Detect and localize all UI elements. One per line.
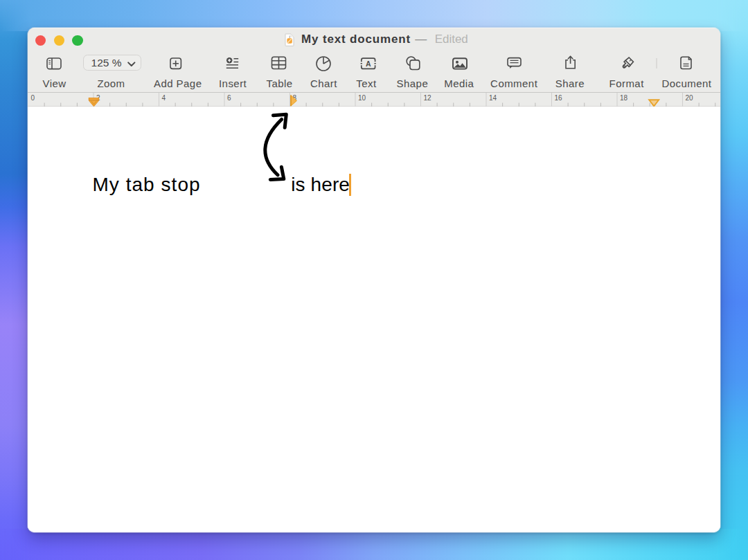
svg-text:14: 14 [489,94,497,102]
svg-text:6: 6 [227,94,231,102]
svg-text:18: 18 [620,94,628,102]
svg-text:12: 12 [424,94,432,102]
svg-text:20: 20 [686,94,694,102]
svg-text:0: 0 [31,94,35,102]
svg-text:A: A [366,60,371,68]
svg-text:10: 10 [358,94,366,102]
svg-text:4: 4 [162,94,166,102]
svg-text:16: 16 [555,94,563,102]
